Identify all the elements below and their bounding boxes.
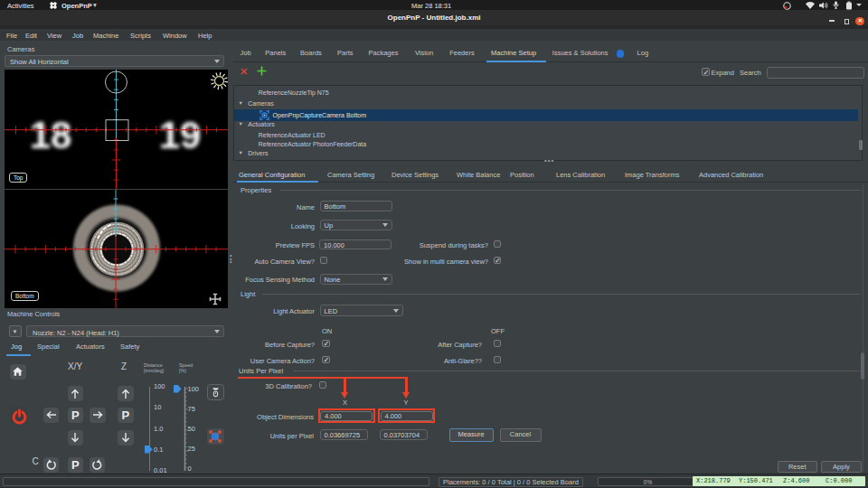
svg-text:18: 18 [30,114,72,156]
svg-text:19: 19 [159,114,202,156]
